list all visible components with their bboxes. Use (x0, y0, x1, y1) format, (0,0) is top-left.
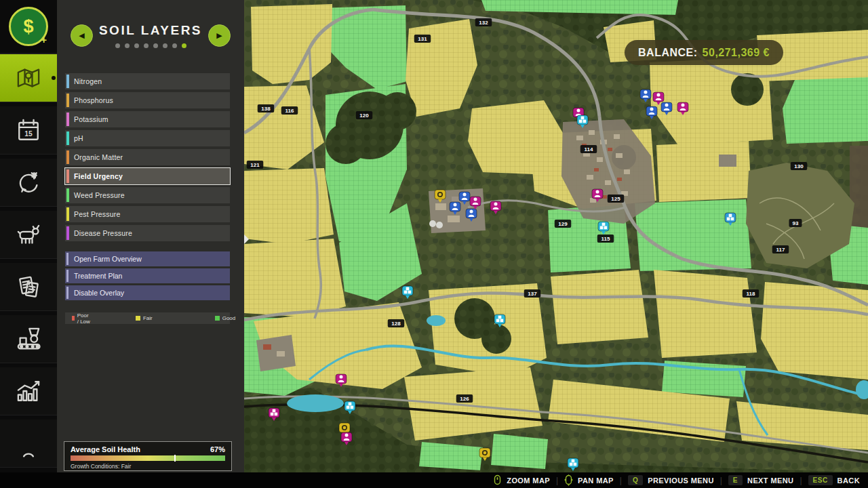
svg-text:125: 125 (611, 196, 620, 202)
sidebar-item-help[interactable] (0, 420, 57, 468)
layer-color-bar (66, 131, 69, 145)
production-icon (14, 324, 43, 354)
soil-layer-item[interactable]: Organic Matter (65, 149, 230, 165)
svg-text:117: 117 (776, 247, 785, 253)
svg-text:129: 129 (558, 221, 568, 227)
layer-color-bar (66, 150, 69, 164)
sidebar-item-crop-rotation[interactable] (0, 159, 57, 207)
field-number-label: 128 (388, 319, 405, 327)
action-color-bar (66, 287, 68, 299)
previous-page-button[interactable]: ◀ (71, 24, 93, 47)
soil-health-percent: 67% (210, 445, 225, 453)
action-label: Treatment Plan (74, 272, 122, 280)
layer-label: pH (74, 134, 83, 142)
sidebar-item-production[interactable] (0, 315, 57, 363)
soil-layer-item[interactable]: Phosphorus (65, 92, 230, 108)
help-icon (14, 428, 43, 458)
hint-label: PREVIOUS MENU (648, 476, 714, 485)
soil-layer-item[interactable]: pH (65, 130, 230, 146)
field-number-label: 137 (524, 289, 541, 298)
layer-label: Weed Pressure (74, 191, 125, 199)
legend-swatch (136, 316, 140, 321)
page-dot (172, 43, 177, 48)
money-icon: $ + (9, 7, 48, 46)
hint-item: ESCBACK (808, 475, 860, 485)
layer-label: Potassium (74, 115, 108, 123)
soil-layers-panel: ◀ SOIL LAYERS ▶ NitrogenPhosphorusPotass… (57, 0, 244, 472)
layer-label: Phosphorus (74, 96, 113, 104)
field-number-label: 126 (456, 394, 473, 403)
hint-label: ZOOM MAP (507, 476, 550, 485)
soil-health-marker (174, 455, 176, 462)
layer-color-bar (66, 94, 69, 107)
field-number-label: 131 (414, 35, 431, 43)
action-button[interactable]: Treatment Plan (65, 268, 230, 283)
action-label: Open Farm Overview (74, 255, 142, 263)
soil-layer-item[interactable]: Potassium (65, 111, 230, 127)
soil-layer-item[interactable]: Pest Pressure (65, 206, 230, 222)
hint-item: QPREVIOUS MENU (628, 475, 714, 485)
soil-layer-item[interactable]: Nitrogen (65, 73, 230, 89)
finances-button[interactable]: $ + (0, 0, 57, 54)
panel-expand-arrow[interactable] (244, 235, 249, 244)
layer-label: Pest Pressure (74, 210, 121, 218)
action-button[interactable]: Open Farm Overview (65, 251, 230, 266)
svg-text:116: 116 (285, 108, 294, 114)
sidebar-item-statistics[interactable] (0, 367, 57, 415)
soil-layer-list: NitrogenPhosphorusPotassiumpHOrganic Mat… (65, 73, 230, 241)
west-buildings (256, 335, 296, 371)
next-page-button[interactable]: ▶ (208, 24, 231, 47)
hint-label: PAN MAP (578, 476, 614, 485)
svg-text:115: 115 (601, 236, 610, 242)
page-dot (134, 43, 139, 48)
crop-rotation-icon (14, 167, 43, 197)
page-dot (115, 43, 120, 48)
svg-text:118: 118 (747, 291, 755, 297)
svg-text:128: 128 (391, 321, 401, 327)
legend-label: Poor / Low (77, 312, 91, 325)
field-number-label: 118 (743, 289, 760, 298)
hint-separator: | (800, 476, 802, 485)
hint-label: BACK (837, 476, 860, 485)
hint-item: ZOOM MAP (493, 474, 550, 486)
svg-text:130: 130 (794, 163, 804, 169)
map-view[interactable]: 1381161211201311321141251291151309311713… (244, 0, 868, 472)
hint-item: PAN MAP (564, 474, 614, 486)
soil-health-box: Average Soil Health 67% Growth Condition… (64, 441, 232, 471)
field-number-label: 116 (281, 106, 298, 115)
soil-health-title: Average Soil Health (71, 445, 140, 453)
field-number-label: 132 (475, 18, 492, 26)
hint-separator: | (620, 476, 622, 485)
input-hint-bar: ZOOM MAP|PAN MAP|QPREVIOUS MENU|ENEXT ME… (0, 472, 868, 488)
layer-color-bar (66, 75, 69, 88)
sidebar-item-calendar[interactable]: 15 (0, 106, 57, 155)
field-number-label: 138 (258, 104, 275, 113)
svg-text:114: 114 (585, 146, 593, 152)
page-dot (163, 43, 167, 48)
sidebar-item-map[interactable] (0, 54, 57, 102)
svg-text:138: 138 (261, 106, 271, 112)
page-dot (125, 43, 130, 48)
hint-separator: | (720, 476, 722, 485)
soil-layer-item[interactable]: Weed Pressure (65, 187, 230, 203)
action-color-bar (66, 270, 68, 282)
soil-layer-item[interactable]: Disease Pressure (65, 225, 230, 241)
hint-label: NEXT MENU (747, 476, 793, 485)
hint-separator: | (556, 476, 558, 485)
hint-item: ENEXT MENU (728, 475, 794, 485)
field-number-label: 93 (789, 219, 802, 227)
contracts-icon (14, 272, 43, 302)
svg-text:137: 137 (528, 291, 537, 297)
layer-color-bar (66, 226, 69, 240)
sidebar-item-animals[interactable] (0, 211, 57, 259)
keycap-e: E (728, 475, 743, 485)
legend-swatch (72, 316, 75, 321)
soil-layer-item[interactable]: Field Urgency (65, 168, 230, 184)
balance-value: 50,271,369 € (703, 47, 770, 59)
overlay-legend: Poor / LowFairGood (65, 312, 230, 324)
soil-health-bar (71, 455, 225, 461)
svg-text:132: 132 (479, 20, 488, 26)
action-button[interactable]: Disable Overlay (65, 285, 230, 300)
sidebar-item-contracts[interactable] (0, 263, 57, 311)
legend-item: Fair (136, 315, 153, 321)
